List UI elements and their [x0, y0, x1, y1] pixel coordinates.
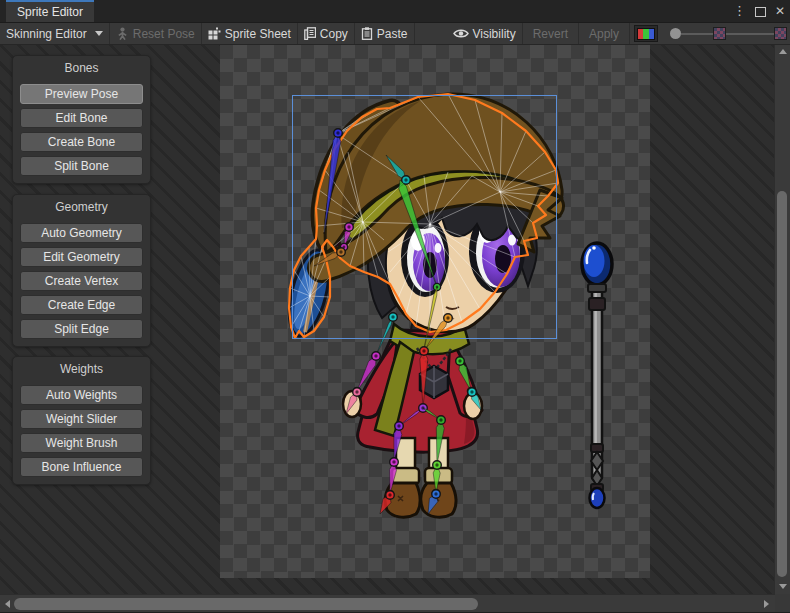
- vertical-scrollbar[interactable]: [774, 45, 790, 594]
- toolbar-separator: [629, 23, 630, 44]
- zoom-slider-handle[interactable]: [670, 28, 681, 39]
- toolbar: Skinning Editor Reset Pose Sprite Sheet …: [0, 23, 790, 45]
- button-auto-geometry[interactable]: Auto Geometry: [20, 223, 143, 243]
- button-preview-pose[interactable]: Preview Pose: [20, 84, 143, 104]
- button-create-bone[interactable]: Create Bone: [20, 132, 143, 152]
- copy-button[interactable]: Copy: [298, 23, 354, 44]
- panel-title: Geometry: [13, 200, 150, 215]
- visibility-label: Visibility: [473, 27, 516, 41]
- paste-icon: [361, 27, 373, 40]
- staff-sprite: [582, 243, 612, 508]
- scroll-down-icon[interactable]: [779, 584, 787, 589]
- sprite-sheet-button[interactable]: Sprite Sheet: [202, 23, 297, 44]
- panel-title: Bones: [13, 61, 150, 76]
- apply-button[interactable]: Apply: [579, 23, 629, 44]
- skinning-editor-dropdown[interactable]: Skinning Editor: [0, 23, 109, 44]
- scroll-right-icon[interactable]: [764, 600, 769, 608]
- copy-icon: [304, 27, 316, 40]
- sprite-canvas[interactable]: BonesPreview PoseEdit BoneCreate BoneSpl…: [0, 45, 775, 594]
- sprite-sheet-icon: [208, 27, 221, 40]
- scrollbar-corner: [775, 594, 790, 612]
- paste-button[interactable]: Paste: [355, 23, 414, 44]
- visibility-button[interactable]: Visibility: [447, 23, 522, 44]
- reset-pose-label: Reset Pose: [133, 27, 195, 41]
- character-sprite: [282, 94, 562, 517]
- zoom-slider-track[interactable]: [681, 33, 713, 35]
- revert-label: Revert: [533, 27, 568, 41]
- button-edit-geometry[interactable]: Edit Geometry: [20, 247, 143, 267]
- vertical-scrollbar-thumb[interactable]: [777, 191, 787, 577]
- button-weight-slider[interactable]: Weight Slider: [20, 409, 143, 429]
- paste-label: Paste: [377, 27, 408, 41]
- close-icon[interactable]: ✕: [775, 4, 785, 18]
- button-create-vertex[interactable]: Create Vertex: [20, 271, 143, 291]
- tab-sprite-editor[interactable]: Sprite Editor: [6, 0, 94, 22]
- scroll-left-icon[interactable]: [5, 600, 10, 608]
- kebab-menu-icon[interactable]: ⋮: [733, 0, 746, 22]
- alpha-slider-track[interactable]: [726, 33, 774, 35]
- color-channels-button[interactable]: [634, 25, 658, 42]
- button-create-edge[interactable]: Create Edge: [20, 295, 143, 315]
- button-edit-bone[interactable]: Edit Bone: [20, 108, 143, 128]
- scroll-up-icon[interactable]: [779, 49, 787, 54]
- horizontal-scrollbar-thumb[interactable]: [14, 598, 478, 610]
- revert-button[interactable]: Revert: [523, 23, 578, 44]
- button-auto-weights[interactable]: Auto Weights: [20, 385, 143, 405]
- reset-pose-button[interactable]: Reset Pose: [110, 23, 201, 44]
- button-split-edge[interactable]: Split Edge: [20, 319, 143, 339]
- chevron-down-icon: [95, 31, 103, 36]
- panel-weights: WeightsAuto WeightsWeight SliderWeight B…: [12, 356, 151, 485]
- button-bone-influence[interactable]: Bone Influence: [20, 457, 143, 477]
- copy-label: Copy: [320, 27, 348, 41]
- titlebar: Sprite Editor ⋮ ✕: [0, 0, 790, 23]
- button-weight-brush[interactable]: Weight Brush: [20, 433, 143, 453]
- rgb-swatch-icon: [637, 28, 655, 40]
- texture-thumb-icon[interactable]: [713, 27, 726, 40]
- panel-bones: BonesPreview PoseEdit BoneCreate BoneSpl…: [12, 55, 151, 184]
- tab-label: Sprite Editor: [17, 5, 83, 19]
- maximize-icon[interactable]: [755, 7, 766, 17]
- button-split-bone[interactable]: Split Bone: [20, 156, 143, 176]
- panel-geometry: GeometryAuto GeometryEdit GeometryCreate…: [12, 194, 151, 347]
- panel-title: Weights: [13, 362, 150, 377]
- horizontal-scrollbar[interactable]: [0, 594, 775, 613]
- skinning-editor-label: Skinning Editor: [6, 27, 87, 41]
- eye-icon: [453, 28, 469, 39]
- sprite-sheet-label: Sprite Sheet: [225, 27, 291, 41]
- reset-pose-icon: [116, 27, 129, 40]
- texture-thumb-icon[interactable]: [774, 27, 787, 40]
- apply-label: Apply: [589, 27, 619, 41]
- toolbar-separator: [414, 23, 415, 44]
